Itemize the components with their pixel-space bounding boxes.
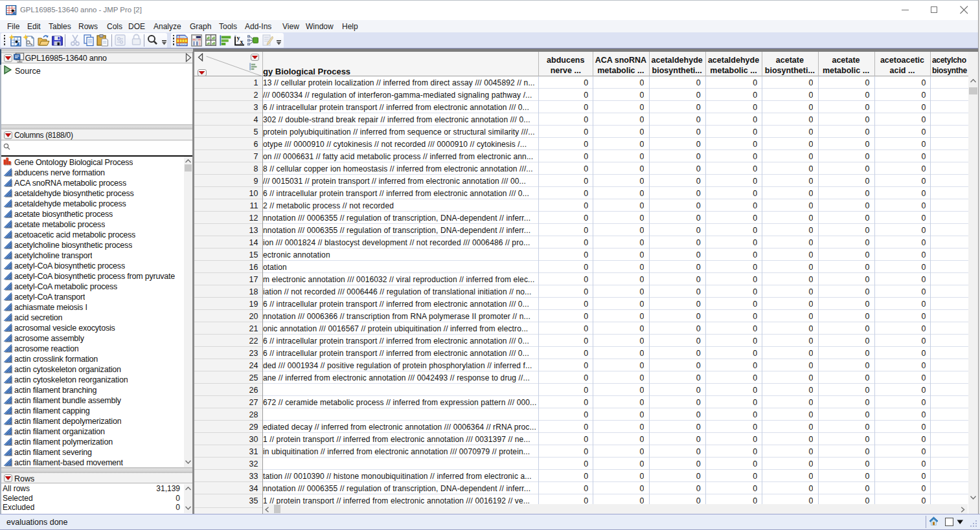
- svg-text:x: x: [240, 38, 244, 45]
